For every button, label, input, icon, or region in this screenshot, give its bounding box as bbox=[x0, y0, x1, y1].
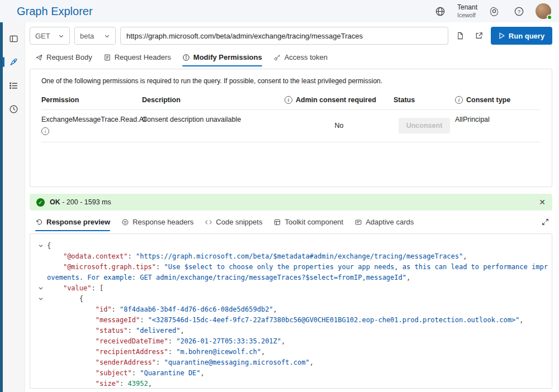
tenant-globe-button[interactable] bbox=[433, 3, 448, 19]
status-label: OK bbox=[50, 198, 60, 206]
column-header-permission: Permission bbox=[41, 90, 142, 110]
chevron-down-icon bbox=[104, 33, 110, 39]
preview-arrow-icon bbox=[35, 218, 43, 226]
query-url-input[interactable] bbox=[120, 27, 448, 45]
tab-label: Code snippets bbox=[216, 218, 262, 226]
json-line: "subject": "Quarantine DE", bbox=[35, 368, 548, 379]
tab-label: Adaptive cards bbox=[366, 218, 414, 226]
json-code: "receivedDateTime": "2026-01-27T05:33:35… bbox=[47, 336, 548, 347]
json-code: "@odata.context": "https://graph.microso… bbox=[47, 251, 548, 262]
json-line: "status": "delivered", bbox=[35, 326, 548, 336]
response-headers-icon bbox=[121, 218, 129, 226]
tab-access-token[interactable]: Access token bbox=[268, 48, 333, 66]
info-circle-icon bbox=[182, 54, 190, 61]
expand-icon bbox=[541, 218, 549, 226]
list-icon bbox=[9, 81, 18, 90]
method-select[interactable]: GET bbox=[30, 27, 70, 45]
tab-label: Request Body bbox=[46, 53, 92, 61]
svg-text:?: ? bbox=[517, 8, 520, 14]
play-icon bbox=[499, 32, 505, 39]
json-gutter bbox=[35, 357, 47, 368]
tab-modify-permissions[interactable]: Modify Permissions bbox=[177, 48, 268, 66]
sidebar-item-resources[interactable] bbox=[6, 77, 22, 94]
tab-label: Request Headers bbox=[115, 53, 171, 61]
json-gutter bbox=[35, 379, 47, 389]
share-query-button[interactable] bbox=[472, 28, 486, 44]
unconsent-button[interactable]: Unconsent bbox=[399, 118, 451, 133]
column-header-consent-type: i Consent type bbox=[455, 90, 541, 110]
consent-type-cell: AllPrincipal bbox=[455, 110, 541, 142]
collapse-toggle-icon[interactable] bbox=[35, 294, 47, 304]
collapse-toggle-icon[interactable] bbox=[35, 241, 47, 251]
help-icon: ? bbox=[514, 6, 524, 17]
document-icon bbox=[456, 31, 465, 40]
info-icon[interactable]: i bbox=[285, 96, 292, 104]
json-code: "status": "delivered", bbox=[47, 326, 548, 336]
json-line: { bbox=[35, 241, 548, 251]
json-line: "@odata.context": "https://graph.microso… bbox=[35, 251, 548, 262]
json-gutter bbox=[35, 262, 47, 283]
globe-icon bbox=[435, 6, 446, 17]
json-gutter bbox=[35, 336, 47, 347]
sidebar-item-sample-queries[interactable] bbox=[6, 54, 22, 70]
main-content: GET beta bbox=[25, 22, 559, 392]
permission-info-icon[interactable]: i bbox=[41, 127, 49, 135]
json-code: "recipientAddress": "m.bohren@icewolf.ch… bbox=[47, 347, 548, 357]
tab-request-body[interactable]: Request Body bbox=[30, 48, 98, 66]
copy-query-button[interactable] bbox=[453, 28, 467, 44]
settings-button[interactable] bbox=[486, 3, 502, 19]
panel-toggle-icon bbox=[9, 34, 18, 44]
expand-response-button[interactable] bbox=[538, 215, 552, 230]
status-cell: Unconsent bbox=[394, 110, 455, 142]
api-version-value: beta bbox=[80, 32, 94, 40]
sidebar-item-history[interactable] bbox=[6, 101, 22, 117]
permission-name: ExchangeMessageTrace.Read.All bbox=[41, 116, 147, 123]
user-avatar[interactable] bbox=[536, 3, 551, 19]
rocket-icon bbox=[9, 58, 18, 67]
collapse-toggle-icon[interactable] bbox=[35, 283, 47, 294]
chevron-down-icon bbox=[58, 33, 64, 39]
tenant-label: Tenant bbox=[457, 4, 477, 12]
presence-available-indicator bbox=[547, 15, 552, 20]
json-line: "value": [ bbox=[35, 283, 548, 294]
tenant-name: Icewolf bbox=[457, 12, 476, 18]
json-code: { bbox=[47, 294, 548, 304]
permissions-panel: One of the following permissions is requ… bbox=[30, 69, 552, 187]
json-line: "senderAddress": "quarantine@messaging.m… bbox=[35, 357, 548, 368]
json-line: "size": 43952, bbox=[35, 379, 548, 389]
status-detail: - 200 - 1593 ms bbox=[62, 198, 111, 206]
tab-response-preview[interactable]: Response preview bbox=[30, 213, 116, 231]
method-value: GET bbox=[35, 32, 50, 40]
column-header-admin-consent: i Admin consent required bbox=[285, 90, 394, 110]
api-version-select[interactable]: beta bbox=[74, 27, 116, 45]
run-query-button[interactable]: Run query bbox=[491, 27, 552, 45]
clock-icon bbox=[9, 104, 18, 114]
tab-toolkit-component[interactable]: Toolkit component bbox=[268, 213, 349, 231]
response-panel: { "@odata.context": "https://graph.micro… bbox=[30, 233, 552, 389]
json-code: "size": 43952, bbox=[47, 379, 548, 389]
response-status-bar: ✓ OK - 200 - 1593 ms ✕ bbox=[30, 194, 552, 211]
close-status-button[interactable]: ✕ bbox=[539, 198, 546, 207]
request-tabs: Request Body Request Headers Modify Perm… bbox=[30, 48, 552, 66]
tab-response-headers[interactable]: Response headers bbox=[116, 213, 199, 231]
json-gutter bbox=[35, 368, 47, 379]
share-icon bbox=[475, 31, 484, 40]
collapse-sidebar-button[interactable] bbox=[6, 30, 22, 47]
info-icon[interactable]: i bbox=[455, 96, 463, 104]
close-icon: ✕ bbox=[539, 198, 546, 207]
permission-description-cell: Consent description unavailable bbox=[142, 110, 285, 142]
gear-icon bbox=[489, 6, 499, 16]
column-header-status: Status bbox=[394, 90, 455, 110]
json-code: "subject": "Quarantine DE", bbox=[47, 368, 548, 379]
tab-label: Response preview bbox=[46, 218, 110, 226]
json-line: "receivedDateTime": "2026-01-27T05:33:35… bbox=[35, 336, 548, 347]
json-line: "id": "8f4daab6-3b4f-4d76-d6c6-08de5d659… bbox=[35, 304, 548, 315]
tab-code-snippets[interactable]: Code snippets bbox=[199, 213, 268, 231]
tab-request-headers[interactable]: Request Headers bbox=[98, 48, 177, 66]
json-code: { bbox=[47, 241, 548, 251]
tab-adaptive-cards[interactable]: Adaptive cards bbox=[349, 213, 419, 231]
tab-label: Response headers bbox=[132, 218, 193, 226]
json-code: "messageId": "<3287546d-15dc-4eef-9fc7-2… bbox=[47, 315, 548, 326]
help-button[interactable]: ? bbox=[511, 3, 527, 19]
permissions-table: Permission Description i Admin consent r… bbox=[41, 90, 541, 142]
